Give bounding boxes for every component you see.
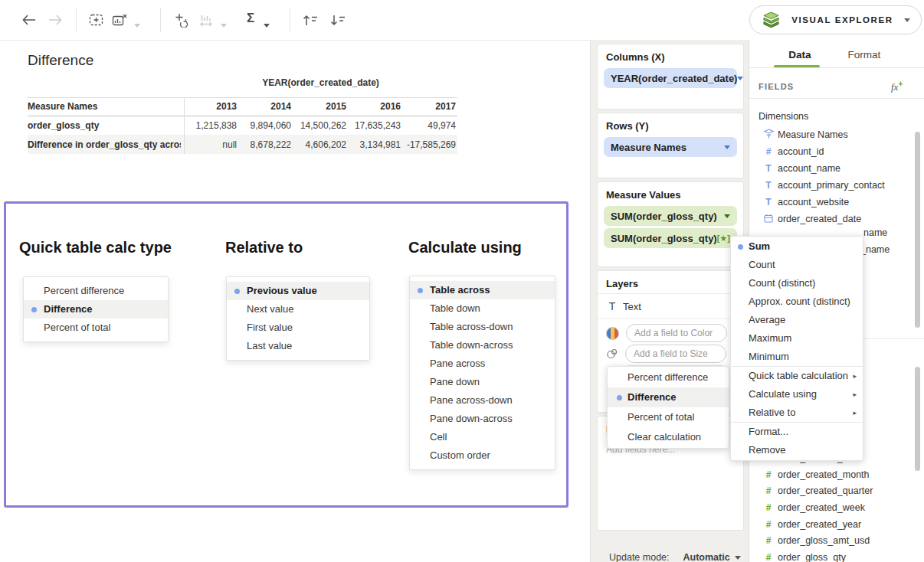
using-option-pane-down-across[interactable]: Pane down-across	[410, 410, 555, 428]
field-order-gloss-qty[interactable]: # order_gloss_qty	[749, 549, 916, 562]
submenu-percent-of-total[interactable]: Percent of total	[608, 407, 729, 427]
field-account-primary-contact[interactable]: T account_primary_contact	[749, 177, 916, 194]
using-option-table-down[interactable]: Table down	[410, 299, 555, 318]
submenu-percent-difference[interactable]: Percent difference	[608, 368, 729, 387]
update-mode-label: Update mode:	[609, 552, 670, 562]
aggregation-context-menu: Sum Count Count (distinct) Approx. count…	[730, 236, 863, 461]
back-button[interactable]	[20, 12, 38, 28]
menu-count-distinct[interactable]: Count (distinct)	[731, 274, 863, 292]
measure-values-label: Measure Values	[606, 189, 743, 201]
quick-calc-type-list: Percent difference Difference Percent of…	[23, 276, 169, 342]
table-cell: 9,894,060	[238, 116, 291, 135]
field-measure-names[interactable]: Measure Names	[749, 126, 916, 143]
menu-approx-count-distinct[interactable]: Approx. count (distinct)	[731, 292, 863, 311]
size-field-input[interactable]	[625, 345, 726, 363]
add-chart-button[interactable]	[87, 12, 106, 28]
using-option-pane-across[interactable]: Pane across	[410, 355, 555, 373]
dimensions-scrollbar-thumb[interactable]	[915, 132, 920, 328]
calc-option-percent-difference[interactable]: Percent difference	[24, 282, 168, 300]
field-account-website[interactable]: T account_website	[749, 194, 916, 211]
table-calc-panel: Quick table calc type Relative to Calcul…	[4, 201, 568, 508]
field-order-created-date[interactable]: order_created_date	[749, 211, 916, 227]
table-cell: 14,500,262	[293, 116, 346, 135]
using-option-cell[interactable]: Cell	[410, 428, 555, 446]
calc-option-difference[interactable]: Difference	[24, 300, 168, 319]
rows-y-label: Rows (Y)	[606, 120, 743, 132]
color-field-input[interactable]	[626, 324, 727, 342]
aggregate-menu-button[interactable]	[262, 18, 271, 33]
field-order-gloss-amt-usd[interactable]: # order_gloss_amt_usd	[749, 532, 916, 549]
measure-values-pill-2[interactable]: SUM(order_gloss_qty) [★]	[604, 228, 737, 248]
menu-format[interactable]: Format...	[731, 423, 863, 441]
menu-sum[interactable]: Sum	[731, 237, 863, 256]
using-option-table-down-across[interactable]: Table down-across	[410, 336, 555, 355]
quick-calc-submenu: Percent difference Difference Percent of…	[607, 366, 729, 449]
using-option-pane-down[interactable]: Pane down	[410, 373, 555, 391]
chevron-down-icon	[904, 18, 910, 22]
layer-text-row[interactable]: T Text	[598, 294, 743, 319]
table-row-label: Difference in order_gloss_qty across ta.…	[28, 136, 181, 154]
menu-count[interactable]: Count	[731, 256, 863, 274]
calc-option-percent-of-total[interactable]: Percent of total	[24, 319, 168, 337]
field-order-created-quarter[interactable]: # order_created_quarter	[749, 482, 916, 499]
menu-average[interactable]: Average	[731, 311, 863, 329]
update-mode-value[interactable]: Automatic	[683, 552, 730, 562]
field-order-created-year[interactable]: # order_created_year	[749, 516, 916, 533]
menu-remove[interactable]: Remove	[731, 441, 863, 459]
submenu-clear-calculation[interactable]: Clear calculation	[608, 427, 729, 447]
menu-quick-table-calculation[interactable]: Quick table calculation▸	[731, 367, 863, 385]
using-option-custom-order[interactable]: Custom order	[410, 446, 555, 465]
menu-minimum[interactable]: Minimum	[731, 348, 863, 366]
aggregate-button[interactable]: Σ	[244, 11, 257, 26]
occluded-field-fragment[interactable]: _name	[860, 244, 890, 255]
relative-option-last-value[interactable]: Last value	[227, 337, 369, 355]
measure-names-icon	[762, 129, 775, 141]
calculate-using-heading: Calculate using	[408, 239, 522, 256]
relative-option-next-value[interactable]: Next value	[227, 300, 369, 319]
swap-axes-button[interactable]	[172, 12, 190, 28]
menu-calculate-using[interactable]: Calculate using▸	[731, 385, 863, 404]
tab-format[interactable]: Format	[843, 49, 886, 60]
rows-y-pill[interactable]: Measure Names	[604, 137, 737, 157]
field-account-name[interactable]: T account_name	[749, 160, 916, 177]
columns-x-pill[interactable]: YEAR(order_created_date)	[604, 68, 737, 88]
app-switcher-label: VISUAL EXPLORER	[781, 15, 904, 25]
chevron-down-icon	[735, 556, 741, 560]
menu-maximum[interactable]: Maximum	[731, 329, 863, 348]
using-option-table-across-down[interactable]: Table across-down	[410, 318, 555, 336]
tab-data[interactable]: Data	[783, 49, 817, 60]
table-header-year: 2016	[348, 97, 401, 116]
table-header-year: 2015	[293, 97, 346, 116]
text-layer-icon: T	[606, 300, 618, 312]
resize-bars-menu-button[interactable]	[219, 18, 228, 33]
app-switcher-button[interactable]: VISUAL EXPLORER	[749, 5, 922, 34]
sort-descending-icon	[329, 14, 346, 27]
sort-ascending-button[interactable]	[300, 12, 320, 28]
submenu-difference[interactable]: Difference	[608, 387, 729, 407]
occluded-field-fragment[interactable]: name	[863, 227, 887, 238]
field-account-id[interactable]: # account_id	[749, 143, 916, 160]
using-option-pane-across-down[interactable]: Pane across-down	[410, 391, 555, 410]
measures-scrollbar-thumb[interactable]	[915, 367, 920, 471]
resize-bars-icon	[199, 13, 215, 28]
chevron-down-icon	[737, 77, 743, 80]
color-encoding-icon	[606, 327, 619, 340]
remove-chart-menu-button[interactable]	[133, 18, 142, 33]
add-calculated-field-button[interactable]: fx+	[891, 80, 903, 93]
sort-descending-button[interactable]	[328, 12, 348, 28]
table-cell: 49,974	[403, 116, 456, 135]
using-option-table-across[interactable]: Table across	[410, 281, 555, 299]
remove-chart-icon	[112, 13, 128, 27]
measure-values-pill-1[interactable]: SUM(order_gloss_qty)	[604, 206, 737, 226]
resize-bars-button[interactable]	[198, 12, 216, 28]
number-field-icon: #	[762, 535, 775, 546]
field-order-created-week[interactable]: # order_created_week	[749, 499, 916, 516]
text-field-icon: T	[762, 180, 775, 191]
menu-relative-to[interactable]: Relative to▸	[731, 404, 863, 422]
field-order-created-month[interactable]: # order_created_month	[749, 466, 916, 483]
forward-button[interactable]	[46, 12, 64, 28]
table-header-year: 2017	[403, 97, 456, 116]
relative-option-first-value[interactable]: First value	[227, 319, 369, 337]
remove-chart-button[interactable]	[110, 12, 129, 28]
relative-option-previous-value[interactable]: Previous value	[227, 282, 369, 300]
